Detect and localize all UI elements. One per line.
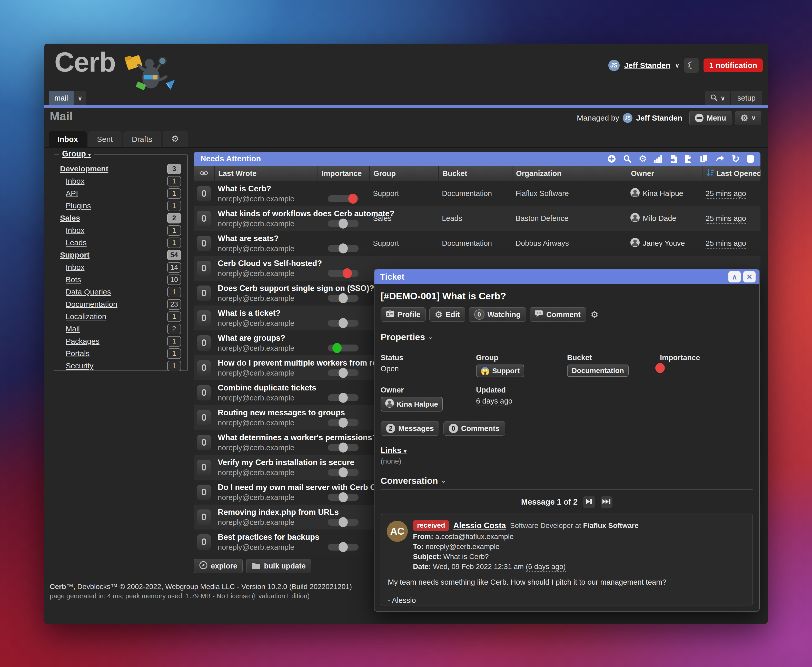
importance-slider[interactable] — [328, 469, 358, 476]
comments-button[interactable]: 0 Comments — [443, 421, 505, 436]
ticket-subject-link[interactable]: Does Cerb support single sign on (SSO)? — [218, 283, 318, 294]
export-icon[interactable] — [684, 154, 693, 163]
chevron-down-icon[interactable]: ∨ — [675, 62, 679, 69]
comment-button[interactable]: Comment — [530, 307, 586, 322]
ticket-subject-link[interactable]: What determines a worker's permissions? — [218, 432, 318, 443]
modal-collapse-button[interactable]: ∧ — [728, 271, 741, 282]
column-header-last-opened[interactable]: Last Opened A — [702, 166, 761, 181]
sidebar-item-label[interactable]: Portals — [66, 349, 89, 358]
ticket-subject-link[interactable]: Do I need my own mail server with Cerb C… — [218, 482, 318, 493]
last-message-button[interactable] — [601, 496, 613, 508]
importance-slider-knob[interactable] — [338, 542, 348, 552]
add-icon[interactable] — [607, 154, 616, 163]
status-value[interactable]: Open — [381, 365, 399, 373]
sidebar-item-label[interactable]: Inbox — [66, 226, 85, 235]
importance-slider[interactable] — [328, 444, 358, 451]
table-row[interactable]: 0What is Cerb?noreply@cerb.exampleSuppor… — [194, 181, 761, 206]
ticket-subject-link[interactable]: Removing index.php from URLs — [218, 507, 318, 518]
importance-slider-knob[interactable] — [338, 293, 348, 303]
ticket-subject-link[interactable]: What are groups? — [218, 333, 318, 343]
page-settings-button[interactable]: ⚙ ∨ — [735, 111, 761, 125]
importance-slider-knob[interactable] — [348, 194, 358, 204]
importance-slider-knob[interactable] — [338, 468, 348, 478]
avatar-jeff-standen[interactable]: JS — [623, 113, 633, 123]
last-opened-link[interactable]: 25 mins ago — [706, 189, 746, 199]
user-menu-link[interactable]: Jeff Standen — [624, 61, 670, 70]
watchers-count-badge[interactable]: 0 — [197, 236, 211, 251]
ticket-settings-gear-icon[interactable]: ⚙ — [591, 310, 598, 319]
importance-slider[interactable] — [328, 419, 358, 426]
ticket-subject-link[interactable]: Verify my Cerb installation is secure — [218, 457, 318, 468]
column-header-last-wrote[interactable]: Last Wrote — [214, 166, 318, 181]
properties-heading[interactable]: Properties⌄ — [381, 332, 753, 342]
importance-slider-knob[interactable] — [338, 492, 348, 502]
ticket-subject-link[interactable]: What is Cerb? — [218, 183, 318, 194]
importance-slider[interactable] — [328, 270, 358, 277]
watchers-count-badge[interactable]: 0 — [197, 435, 211, 450]
sidebar-item-label[interactable]: Development — [60, 164, 108, 173]
column-header-organization[interactable]: Organization — [512, 166, 627, 181]
watchers-count-badge[interactable]: 0 — [197, 360, 211, 376]
sidebar-item-label[interactable]: Packages — [66, 337, 99, 345]
group-chip-button[interactable]: 😱 Support — [476, 365, 524, 377]
tab-sent[interactable]: Sent — [88, 131, 121, 147]
nav-tab-mail-dropdown[interactable]: ∨ — [74, 91, 86, 105]
watchers-count-badge[interactable]: 0 — [197, 410, 211, 425]
importance-slider-knob[interactable] — [338, 517, 348, 527]
sidebar-item-label[interactable]: Support — [60, 251, 89, 259]
importance-slider[interactable] — [328, 494, 358, 501]
table-row[interactable]: 0What kinds of workflows does Cerb autom… — [194, 206, 761, 231]
tab-drafts[interactable]: Drafts — [123, 131, 161, 147]
refresh-icon[interactable]: ↻ — [731, 154, 740, 164]
ticket-subject-link[interactable]: Routing new messages to groups — [218, 407, 318, 418]
importance-slider[interactable] — [328, 195, 358, 202]
sidebar-item-label[interactable]: Security — [66, 362, 93, 370]
sidebar-item-label[interactable]: Data Queries — [66, 287, 111, 296]
nav-tab-mail[interactable]: mail — [49, 91, 74, 105]
column-header-group[interactable]: Group — [370, 166, 438, 181]
importance-slider[interactable] — [328, 320, 358, 327]
watchers-count-badge[interactable]: 0 — [197, 484, 211, 500]
copy-icon[interactable] — [700, 154, 708, 163]
importance-slider-knob[interactable] — [343, 268, 352, 278]
importance-slider-knob[interactable] — [338, 393, 348, 403]
owner-name[interactable]: Kina Halpue — [643, 189, 683, 198]
ticket-subject-link[interactable]: Cerb Cloud vs Self-hosted? — [218, 258, 318, 269]
sidebar-item-label[interactable]: Inbox — [66, 177, 85, 186]
avatar-alessio-costa[interactable]: AC — [387, 521, 408, 542]
ticket-subject-link[interactable]: How do I prevent multiple workers from r… — [218, 358, 318, 368]
dark-mode-toggle[interactable]: ☾ — [684, 58, 699, 73]
ticket-subject-link[interactable]: What kinds of workflows does Cerb automa… — [218, 208, 318, 219]
ticket-subject-link[interactable]: Combine duplicate tickets — [218, 383, 318, 393]
profile-button[interactable]: Profile — [381, 307, 426, 322]
notifications-button[interactable]: 1 notification — [704, 58, 763, 72]
modal-close-button[interactable]: ✕ — [743, 271, 756, 282]
links-heading[interactable]: Links ▾ — [381, 446, 407, 455]
column-header-owner[interactable]: Owner — [627, 166, 702, 181]
watchers-count-badge[interactable]: 0 — [197, 534, 211, 550]
watchers-count-badge[interactable]: 0 — [197, 260, 211, 276]
import-icon[interactable] — [669, 154, 678, 163]
watching-button[interactable]: 0 Watching — [469, 307, 526, 322]
watchers-count-badge[interactable]: 0 — [197, 509, 211, 525]
watchers-count-badge[interactable]: 0 — [197, 310, 211, 326]
owner-name[interactable]: Milo Dade — [643, 214, 676, 223]
message-date-ago[interactable]: (6 days ago) — [526, 562, 566, 572]
nav-tab-setup[interactable]: setup — [731, 91, 762, 105]
sidebar-item-label[interactable]: Plugins — [66, 201, 91, 210]
owner-name[interactable]: Janey Youve — [643, 239, 685, 247]
sidebar-item-label[interactable]: Mail — [66, 325, 80, 333]
importance-slider-knob[interactable] — [338, 443, 348, 453]
sidebar-item-label[interactable]: Sales — [60, 214, 80, 222]
group-filter-title[interactable]: Group ▾ — [59, 149, 94, 159]
sidebar-item-label[interactable]: API — [66, 189, 78, 198]
importance-slider[interactable] — [328, 519, 358, 526]
column-header-bucket[interactable]: Bucket — [438, 166, 512, 181]
tab-settings[interactable]: ⚙ — [162, 131, 188, 147]
watchers-count-badge[interactable]: 0 — [197, 285, 211, 301]
importance-slider[interactable] — [328, 295, 358, 302]
explore-button[interactable]: explore — [194, 559, 243, 573]
edit-button[interactable]: ⚙ Edit — [429, 307, 465, 322]
watchers-count-badge[interactable]: 0 — [197, 385, 211, 400]
sidebar-item-label[interactable]: Bots — [66, 275, 81, 284]
